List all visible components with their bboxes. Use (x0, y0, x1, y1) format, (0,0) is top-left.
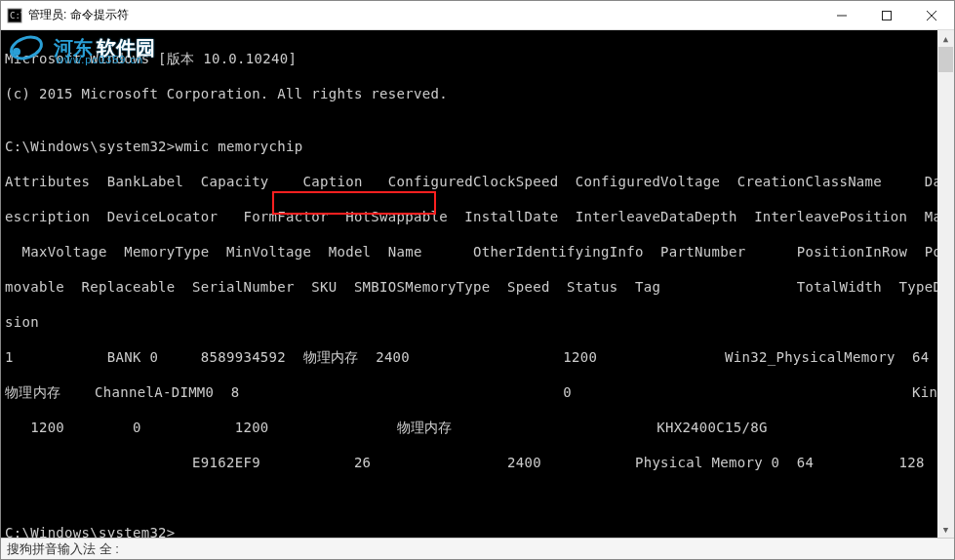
ime-status-bar: 搜狗拼音输入法 全 : (1, 538, 954, 559)
ime-text: 搜狗拼音输入法 全 : (7, 540, 119, 558)
terminal-line: E9162EF9 26 2400 Physical Memory 0 64 12… (5, 454, 950, 471)
titlebar-left: C:\ 管理员: 命令提示符 (1, 7, 129, 23)
terminal-line: (c) 2015 Microsoft Corporation. All righ… (5, 85, 950, 102)
terminal-output[interactable]: Microsoft Windows [版本 10.0.10240] (c) 20… (1, 30, 954, 538)
minimize-button[interactable] (819, 1, 864, 29)
terminal-line: C:\Windows\system32>wmic memorychip (5, 138, 950, 155)
vertical-scrollbar[interactable]: ▲ ▼ (937, 30, 954, 538)
scroll-down-button[interactable]: ▼ (937, 521, 954, 538)
svg-text:C:\: C:\ (10, 11, 22, 20)
terminal-line: 1 BANK 0 8589934592 物理内存 2400 1200 Win32… (5, 348, 950, 366)
terminal-line: 1200 0 1200 物理内存 KHX2400C15/8G (5, 419, 950, 436)
terminal-line: Microsoft Windows [版本 10.0.10240] (5, 50, 950, 67)
maximize-button[interactable] (864, 1, 909, 29)
terminal-line: C:\Windows\system32> (5, 524, 950, 538)
close-button[interactable] (909, 1, 954, 29)
terminal-line: 物理内存 ChannelA-DIMM0 8 0 Kingston (5, 383, 950, 401)
terminal-line: MaxVoltage MemoryType MinVoltage Model N… (5, 243, 950, 260)
terminal-line: Attributes BankLabel Capacity Caption Co… (5, 173, 950, 190)
scrollbar-thumb[interactable] (938, 47, 953, 72)
scrollbar-track[interactable] (937, 47, 954, 521)
window-titlebar: C:\ 管理员: 命令提示符 (1, 1, 954, 30)
terminal-line: movable Replaceable SerialNumber SKU SMB… (5, 278, 950, 296)
terminal-line: sion (5, 313, 950, 331)
scroll-up-button[interactable]: ▲ (937, 30, 954, 47)
cmd-icon: C:\ (7, 8, 22, 23)
svg-rect-3 (883, 11, 892, 20)
window-title: 管理员: 命令提示符 (28, 7, 129, 23)
terminal-line: escription DeviceLocator FormFactor HotS… (5, 208, 950, 225)
window-controls (819, 1, 954, 29)
